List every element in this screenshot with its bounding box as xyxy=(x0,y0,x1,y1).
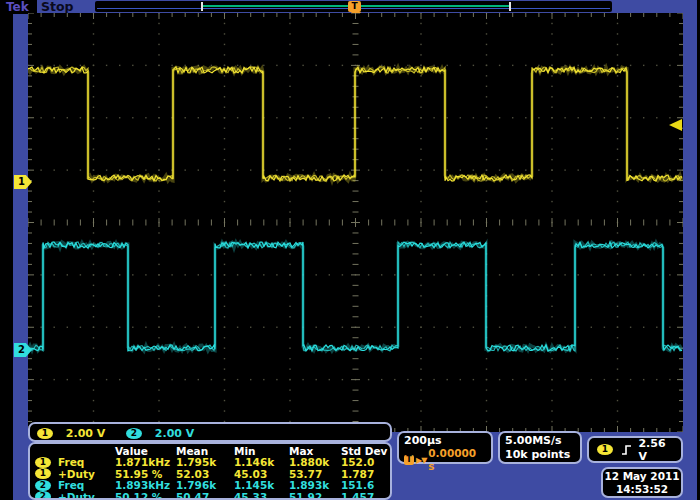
channel1-badge: 1 xyxy=(37,428,53,439)
channel2-badge: 2 xyxy=(35,480,51,491)
time: 14:53:52 xyxy=(616,483,668,495)
datetime-readout: 12 May 2011 14:53:52 xyxy=(601,467,683,498)
record-view-left-bracket xyxy=(201,2,203,11)
channel-scale-readout: 1 2.00 V 2 2.00 V xyxy=(28,422,392,442)
oscilloscope-screen: Tek Stop T 1 2 1 2.00 V 2 2.00 V Value M… xyxy=(0,0,700,500)
measurement-table: Value Mean Min Max Std Dev 1Freq 1.871kH… xyxy=(28,442,392,500)
horizontal-readout: 200µs T ▶▼ 0.00000 s xyxy=(397,431,493,464)
measurement-header-row: Value Mean Min Max Std Dev xyxy=(35,445,390,456)
waveform-display xyxy=(28,13,683,432)
record-view-bar: T xyxy=(95,1,612,12)
channel2-scale: 2 2.00 V xyxy=(126,426,194,440)
channel2-badge: 2 xyxy=(35,491,51,500)
horizontal-delay: T ▶▼ 0.00000 s xyxy=(404,447,486,473)
channel1-scale: 1 2.00 V xyxy=(37,426,105,440)
waveform-plot xyxy=(28,13,683,432)
channel1-badge: 1 xyxy=(35,468,51,479)
trigger-position-icon: T xyxy=(348,1,361,12)
date: 12 May 2011 xyxy=(604,470,679,482)
channel1-badge: 1 xyxy=(35,457,51,468)
measurement-row: 2Freq 1.893kHz 1.796k 1.145k 1.893k 151.… xyxy=(35,479,390,490)
measurement-row: 2+Duty 50.12 % 50.47 45.33 51.92 1.457 xyxy=(35,491,390,500)
acquisition-readout: 5.00MS/s 10k points xyxy=(498,431,582,464)
delay-arrows-icon: ▶▼ xyxy=(416,454,426,467)
trigger-source-badge: 1 xyxy=(597,444,613,455)
tek-logo: Tek xyxy=(6,0,29,14)
record-view-right-bracket xyxy=(509,2,511,11)
trigger-level: 2.56 V xyxy=(638,437,673,463)
rising-edge-icon xyxy=(620,443,631,457)
channel2-badge: 2 xyxy=(126,428,142,439)
measurement-row: 1Freq 1.871kHz 1.795k 1.146k 1.880k 152.… xyxy=(35,456,390,467)
sample-rate: 5.00MS/s xyxy=(505,434,562,447)
trigger-delay-icon: T xyxy=(404,455,414,465)
trigger-readout: 1 2.56 V xyxy=(587,436,683,463)
logo-area: Tek xyxy=(0,0,37,14)
timebase-scale: 200µs xyxy=(404,434,486,447)
acquisition-status: Stop xyxy=(41,0,74,14)
record-length: 10k points xyxy=(505,448,570,461)
measurement-row: 1+Duty 51.95 % 52.03 45.03 53.77 1.787 xyxy=(35,468,390,479)
